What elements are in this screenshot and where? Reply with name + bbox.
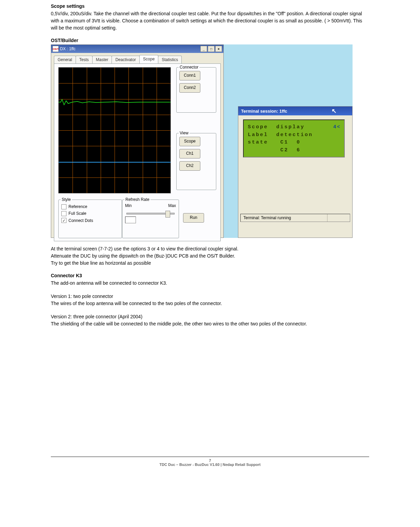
tab-row: General Tests Master Deactivator Scope S… (54, 55, 221, 63)
terminal-line-0: Scope display (248, 124, 305, 130)
checkbox-reference[interactable] (61, 204, 66, 209)
slider-thumb[interactable] (165, 211, 170, 218)
legend-refresh: Refresh Rate (124, 197, 151, 202)
status-cell-empty (327, 214, 350, 222)
footer-page: 7 (51, 458, 369, 463)
window-dx-scope: OS/T DX : 1ffc _ □ × General Tests Maste… (51, 44, 224, 238)
view-scope-button[interactable]: Scope (179, 137, 200, 146)
conn1-button[interactable]: Conn1 (179, 71, 200, 80)
body-after-3: Try to get the blue line as horizontal a… (51, 260, 369, 267)
terminal-topright: 4< (333, 124, 341, 131)
tab-statistics[interactable]: Statistics (158, 56, 182, 63)
body-after-1: At the terminal screen (7-7-2) use the o… (51, 245, 369, 252)
label-min: Min (125, 203, 132, 208)
body-scope-settings: 0,5V/div, 200uS/div. Take the channel wi… (51, 10, 369, 32)
refresh-slider[interactable] (126, 213, 175, 214)
titlebar-left[interactable]: OS/T DX : 1ffc _ □ × (51, 45, 223, 53)
tab-deactivator[interactable]: Deactivator (112, 56, 140, 63)
window-title-right: Terminal session: 1ffc (241, 109, 287, 114)
label-max: Max (168, 203, 176, 208)
refresh-value-input[interactable] (125, 217, 136, 223)
trace-green (59, 99, 171, 106)
statusbar-terminal: Terminal: Terminal running (240, 214, 350, 222)
titlebar-right[interactable]: Terminal session: 1ffc ↖ (238, 107, 352, 115)
view-ch2-button[interactable]: Ch2 (179, 161, 200, 171)
legend-style: Style (61, 197, 72, 202)
window-terminal: Terminal session: 1ffc ↖ 4<Scope display… (238, 106, 353, 238)
status-cell-text: Terminal: Terminal running (241, 214, 327, 222)
scope-panel: Connector Conn1 Conn2 View Scope Ch1 Ch2… (54, 63, 221, 241)
terminal-line-2: state C1 0 (248, 139, 301, 145)
tab-general[interactable]: General (54, 56, 76, 63)
terminal-display: 4<Scope display Label detection state C1… (243, 119, 345, 157)
legend-connector: Connector (179, 65, 199, 70)
heading-ost-builder: OST/Builder (51, 38, 369, 43)
version2-body: The shielding of the cable will be conne… (51, 320, 369, 327)
fieldset-style: Style Reference Full Scale ✓ Connect Dot… (58, 200, 122, 238)
label-fullscale: Full Scale (68, 210, 86, 217)
maximize-button[interactable]: □ (208, 46, 215, 52)
view-ch1-button[interactable]: Ch1 (179, 149, 200, 158)
heading-connector-k3: Connector K3 (51, 273, 369, 278)
run-button[interactable]: Run (183, 213, 204, 223)
fieldset-view: View Scope Ch1 Ch2 (176, 133, 216, 190)
app-icon: OS/T (53, 46, 59, 52)
terminal-line-1: Label detection (248, 132, 313, 138)
conn2-button[interactable]: Conn2 (179, 83, 200, 93)
version1-title: Version 1: two pole connector (51, 293, 369, 300)
fieldset-refresh: Refresh Rate Min Max (122, 200, 179, 238)
window-title-left: DX : 1ffc (60, 46, 76, 51)
minimize-button[interactable]: _ (200, 46, 207, 52)
fieldset-connector: Connector Conn1 Conn2 (176, 67, 216, 113)
tab-scope[interactable]: Scope (139, 55, 158, 63)
footer: 7 TDC Duc – Buzzer - BuzDuc V1.60 | Neda… (51, 456, 369, 467)
tab-tests[interactable]: Tests (76, 56, 93, 63)
footer-line: TDC Duc – Buzzer - BuzDuc V1.60 | Nedap … (51, 463, 369, 467)
version1-body: The wires of the loop antenna will be co… (51, 300, 369, 307)
tab-master[interactable]: Master (92, 56, 112, 63)
label-connectdots: Connect Dots (68, 217, 93, 224)
label-reference: Reference (68, 203, 87, 210)
cursor-icon: ↖ (332, 107, 337, 115)
body-after-2: Attenuate the DUC by using the dipswitch… (51, 252, 369, 260)
version2-title: Version 2: three pole connector (April 2… (51, 313, 369, 320)
checkbox-connectdots[interactable]: ✓ (61, 218, 66, 223)
checkbox-fullscale[interactable] (61, 211, 66, 216)
heading-scope-settings: Scope settings (51, 3, 369, 9)
screenshot-region: OS/T DX : 1ffc _ □ × General Tests Maste… (51, 44, 353, 238)
body-connector-k3: The add-on antenna will be connected to … (51, 280, 369, 287)
scope-plot (58, 67, 171, 193)
close-button[interactable]: × (215, 46, 222, 52)
legend-view: View (179, 131, 189, 135)
trace-blue (59, 162, 171, 164)
terminal-line-3: C2 6 (248, 147, 301, 153)
